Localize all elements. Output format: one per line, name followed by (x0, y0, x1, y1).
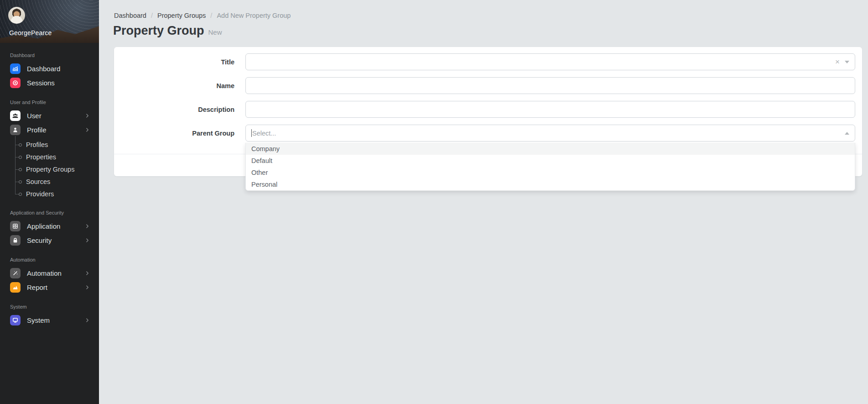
magic-wand-icon (10, 268, 21, 278)
lock-icon (10, 235, 21, 246)
parent-group-label: Parent Group (114, 130, 245, 137)
section-label-system: System (10, 304, 99, 310)
sidebar-item-report[interactable]: Report (0, 280, 99, 294)
user-name: GeorgePearce (9, 29, 52, 37)
monitor-icon (10, 315, 21, 325)
sidebar-item-security[interactable]: Security (0, 233, 99, 247)
name-input[interactable] (245, 77, 855, 94)
breadcrumb: Dashboard / Property Groups / Add New Pr… (114, 12, 291, 19)
breadcrumb-current: Add New Property Group (217, 12, 291, 19)
chevron-right-icon (85, 238, 90, 243)
sidebar-item-automation[interactable]: Automation (0, 266, 99, 280)
archive-icon (10, 221, 21, 231)
title-label: Title (114, 58, 245, 66)
page-title-text: Property Group (113, 24, 204, 38)
breadcrumb-separator: / (151, 12, 153, 19)
sidebar-subitem-properties[interactable]: Properties (0, 151, 99, 163)
main-content: Dashboard / Property Groups / Add New Pr… (99, 0, 868, 404)
sidebar-item-application[interactable]: Application (0, 219, 99, 233)
sidebar-profile-header: GeorgePearce (0, 0, 99, 43)
bar-chart-icon (10, 63, 21, 74)
dropdown-option-other[interactable]: Other (246, 167, 855, 178)
sidebar-item-dashboard[interactable]: Dashboard (0, 62, 99, 76)
description-field-wrap (245, 101, 855, 118)
sidebar-nav: Dashboard Dashboard Sessions User and Pr… (0, 52, 99, 327)
sidebar-subitem-providers[interactable]: Providers (0, 188, 99, 200)
chevron-right-icon (85, 318, 90, 323)
sidebar-subitem-sources[interactable]: Sources (0, 176, 99, 188)
person-icon (10, 125, 21, 135)
chevron-up-icon[interactable] (845, 132, 849, 135)
parent-group-combobox[interactable]: Select... (245, 125, 855, 142)
sidebar: GeorgePearce Dashboard Dashboard Session… (0, 0, 99, 404)
form-body: Title × Name Description (114, 47, 862, 142)
chevron-down-icon[interactable] (845, 61, 849, 63)
section-label-user-and-profile: User and Profile (10, 100, 99, 105)
user-avatar (8, 7, 25, 24)
users-icon (10, 110, 21, 121)
property-group-form-card: Title × Name Description (114, 47, 862, 176)
sidebar-item-label: Report (27, 283, 81, 291)
chevron-right-icon (85, 224, 90, 229)
sidebar-item-label: Sessions (27, 79, 90, 87)
dropdown-option-personal[interactable]: Personal (246, 178, 855, 190)
sidebar-subitem-property-groups[interactable]: Property Groups (0, 163, 99, 176)
breadcrumb-link-property-groups[interactable]: Property Groups (157, 12, 206, 19)
sidebar-item-label: System (27, 316, 81, 324)
sidebar-item-profile[interactable]: Profile (0, 123, 99, 137)
title-field-wrap: × (245, 53, 855, 70)
chevron-right-icon (85, 127, 90, 132)
sidebar-item-label: Automation (27, 269, 81, 277)
clear-icon[interactable]: × (835, 53, 840, 70)
sidebar-item-label: Application (27, 222, 81, 230)
form-row-parent-group: Parent Group Select... Company Default O… (114, 125, 855, 142)
sidebar-item-sessions[interactable]: Sessions (0, 76, 99, 90)
form-row-title: Title × (114, 53, 855, 70)
section-label-application-and-security: Application and Security (10, 210, 99, 215)
name-label: Name (114, 82, 245, 89)
section-label-automation: Automation (10, 257, 99, 262)
sidebar-subitem-profiles[interactable]: Profiles (0, 139, 99, 151)
chevron-right-icon (85, 113, 90, 118)
sidebar-item-label: Profile (27, 126, 81, 134)
page-title: Property Group New (113, 24, 222, 38)
sidebar-item-label: Security (27, 236, 81, 244)
text-cursor (251, 129, 252, 137)
chevron-right-icon (85, 271, 90, 276)
name-field-wrap (245, 77, 855, 94)
section-label-dashboard: Dashboard (10, 52, 99, 58)
dropdown-option-default[interactable]: Default (246, 155, 855, 167)
record-icon (10, 78, 21, 88)
description-input[interactable] (245, 101, 855, 118)
sidebar-item-user[interactable]: User (0, 109, 99, 123)
sidebar-item-system[interactable]: System (0, 313, 99, 327)
breadcrumb-link-dashboard[interactable]: Dashboard (114, 12, 146, 19)
profile-submenu: Profiles Properties Property Groups Sour… (0, 139, 99, 200)
parent-group-field-wrap: Select... Company Default Other Personal (245, 125, 855, 142)
description-label: Description (114, 106, 245, 113)
chevron-right-icon (85, 285, 90, 290)
breadcrumb-separator: / (210, 12, 212, 19)
area-chart-icon (10, 282, 21, 293)
parent-group-dropdown: Company Default Other Personal (245, 143, 855, 191)
form-row-name: Name (114, 77, 855, 94)
sidebar-item-label: User (27, 112, 81, 120)
form-row-description: Description (114, 101, 855, 118)
dropdown-option-company[interactable]: Company (246, 143, 855, 155)
title-select[interactable] (245, 53, 855, 70)
page-title-badge: New (208, 28, 222, 36)
sidebar-item-label: Dashboard (27, 65, 90, 73)
parent-group-placeholder: Select... (252, 130, 276, 137)
